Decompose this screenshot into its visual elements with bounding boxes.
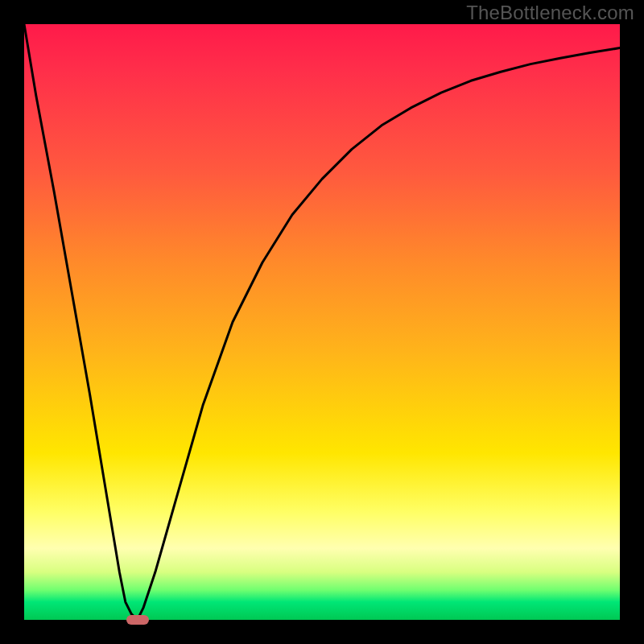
plot-area xyxy=(24,24,620,620)
curve-path xyxy=(24,24,620,620)
bottleneck-curve xyxy=(24,24,620,620)
optimum-marker xyxy=(126,615,149,625)
chart-frame: TheBottleneck.com xyxy=(0,0,644,644)
watermark-text: TheBottleneck.com xyxy=(466,2,634,24)
